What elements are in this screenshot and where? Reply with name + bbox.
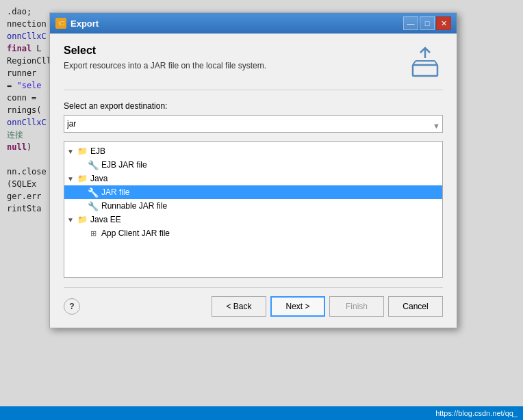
- dialog-body: Select Export resources into a JAR file …: [50, 34, 457, 328]
- button-row: ? < Back Next > Finish Cancel: [64, 287, 443, 317]
- folder-icon-javaee: 📁: [77, 214, 88, 225]
- expand-arrow-javaee: ▼: [67, 216, 77, 224]
- jar-icon-jar: 🔧: [88, 187, 99, 198]
- tree-label-jar: JAR file: [101, 187, 129, 197]
- dialog-icon-label: ↑□: [58, 20, 64, 27]
- status-bar: https://blog.csdn.net/qq_: [0, 406, 523, 420]
- export-icon-svg: [409, 46, 442, 79]
- tree-item-javaee-group[interactable]: ▼ 📁 Java EE: [64, 213, 442, 226]
- search-input[interactable]: [64, 115, 443, 133]
- tree-view[interactable]: ▼ 📁 EJB 🔧 EJB JAR file ▼ 📁 Java 🔧 JAR fi: [64, 141, 443, 278]
- export-icon: [407, 44, 443, 80]
- header-subtitle: Export resources into a JAR file on the …: [64, 61, 399, 70]
- cancel-button[interactable]: Cancel: [388, 296, 443, 317]
- tree-item-app-client[interactable]: ⊞ App Client JAR file: [64, 226, 442, 240]
- titlebar-controls: — □ ✕: [403, 16, 451, 30]
- tree-item-ejb-group[interactable]: ▼ 📁 EJB: [64, 144, 442, 158]
- maximize-button[interactable]: □: [420, 16, 435, 30]
- help-button[interactable]: ?: [64, 298, 80, 315]
- destination-label: Select an export destination:: [64, 101, 443, 111]
- tree-item-java-group[interactable]: ▼ 📁 Java: [64, 172, 442, 185]
- close-button[interactable]: ✕: [436, 16, 451, 30]
- tree-item-runnable-jar[interactable]: 🔧 Runnable JAR file: [64, 199, 442, 213]
- back-button[interactable]: < Back: [212, 296, 266, 317]
- tree-item-jar-file[interactable]: 🔧 JAR file: [64, 185, 442, 199]
- finish-button[interactable]: Finish: [329, 296, 384, 317]
- expand-arrow-java: ▼: [67, 175, 77, 183]
- folder-icon-java: 📁: [77, 173, 88, 184]
- jar-icon-app: ⊞: [88, 228, 99, 239]
- export-dialog: ↑□ Export — □ ✕ Select Export resources …: [49, 12, 457, 328]
- tree-item-ejb-jar[interactable]: 🔧 EJB JAR file: [64, 158, 442, 172]
- tree-label-java: Java: [90, 174, 107, 183]
- dialog-title: Export: [71, 18, 403, 29]
- tree-label-ejb: EJB: [90, 146, 105, 156]
- dialog-titlebar: ↑□ Export — □ ✕: [50, 13, 457, 34]
- header-text: Select Export resources into a JAR file …: [64, 44, 399, 70]
- expand-arrow-ejb: ▼: [67, 148, 77, 155]
- status-bar-text: https://blog.csdn.net/qq_: [435, 409, 518, 417]
- jar-icon-ejb: 🔧: [88, 159, 99, 170]
- svg-rect-0: [413, 65, 437, 76]
- search-clear-icon[interactable]: ▼: [433, 122, 440, 130]
- dialog-icon: ↑□: [55, 18, 66, 29]
- next-button[interactable]: Next >: [270, 296, 325, 317]
- header-section: Select Export resources into a JAR file …: [64, 44, 443, 90]
- folder-icon-ejb: 📁: [77, 146, 88, 157]
- search-wrapper: ▼: [64, 115, 443, 137]
- minimize-button[interactable]: —: [403, 16, 418, 30]
- tree-label-javaee: Java EE: [90, 215, 121, 224]
- action-buttons: < Back Next > Finish Cancel: [212, 296, 443, 317]
- tree-label-app: App Client JAR file: [101, 228, 170, 238]
- tree-label-ejb-jar: EJB JAR file: [101, 160, 147, 170]
- jar-icon-runnable: 🔧: [88, 200, 99, 211]
- header-title: Select: [64, 44, 399, 57]
- tree-label-runnable: Runnable JAR file: [101, 201, 167, 211]
